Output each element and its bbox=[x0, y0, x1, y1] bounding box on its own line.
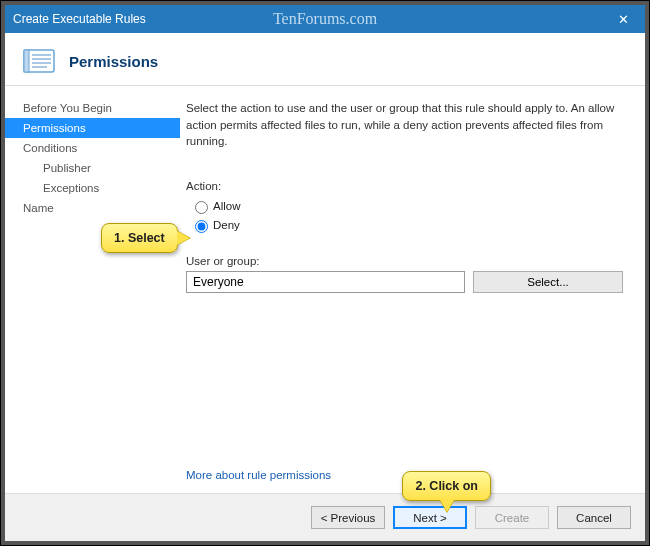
titlebar: Create Executable Rules TenForums.com ✕ bbox=[5, 5, 645, 33]
cancel-button[interactable]: Cancel bbox=[557, 506, 631, 529]
sidebar-item-permissions[interactable]: Permissions bbox=[5, 118, 180, 138]
user-group-label: User or group: bbox=[186, 255, 623, 267]
wizard-steps-sidebar: Before You Begin Permissions Conditions … bbox=[5, 86, 180, 493]
sidebar-item-conditions[interactable]: Conditions bbox=[5, 138, 180, 158]
close-button[interactable]: ✕ bbox=[601, 5, 645, 33]
sidebar-item-exceptions[interactable]: Exceptions bbox=[5, 178, 180, 198]
action-label: Action: bbox=[186, 180, 623, 192]
window-title: Create Executable Rules bbox=[5, 12, 146, 26]
description-text: Select the action to use and the user or… bbox=[186, 100, 623, 150]
footer-button-bar: < Previous Next > Create Cancel bbox=[5, 493, 645, 541]
create-button: Create bbox=[475, 506, 549, 529]
next-button[interactable]: Next > bbox=[393, 506, 467, 529]
radio-allow-label: Allow bbox=[213, 200, 240, 212]
annotation-step2: 2. Click on bbox=[402, 471, 491, 501]
user-group-input[interactable] bbox=[186, 271, 465, 293]
sidebar-item-name[interactable]: Name bbox=[5, 198, 180, 218]
radio-allow[interactable] bbox=[195, 201, 208, 214]
close-icon: ✕ bbox=[618, 12, 629, 27]
svg-rect-1 bbox=[24, 50, 29, 72]
sidebar-item-publisher[interactable]: Publisher bbox=[5, 158, 180, 178]
radio-deny-row[interactable]: Deny bbox=[190, 217, 623, 233]
radio-deny-label: Deny bbox=[213, 219, 240, 231]
permissions-icon bbox=[23, 47, 55, 75]
select-user-button[interactable]: Select... bbox=[473, 271, 623, 293]
annotation-step1: 1. Select bbox=[101, 223, 178, 253]
page-header: Permissions bbox=[5, 33, 645, 86]
more-about-link[interactable]: More about rule permissions bbox=[186, 469, 331, 481]
page-title: Permissions bbox=[69, 53, 158, 70]
wizard-window: Create Executable Rules TenForums.com ✕ … bbox=[5, 5, 645, 541]
watermark-text: TenForums.com bbox=[273, 10, 377, 28]
radio-allow-row[interactable]: Allow bbox=[190, 198, 623, 214]
content-panel: Select the action to use and the user or… bbox=[180, 86, 645, 493]
sidebar-item-before-you-begin[interactable]: Before You Begin bbox=[5, 98, 180, 118]
radio-deny[interactable] bbox=[195, 220, 208, 233]
previous-button[interactable]: < Previous bbox=[311, 506, 385, 529]
